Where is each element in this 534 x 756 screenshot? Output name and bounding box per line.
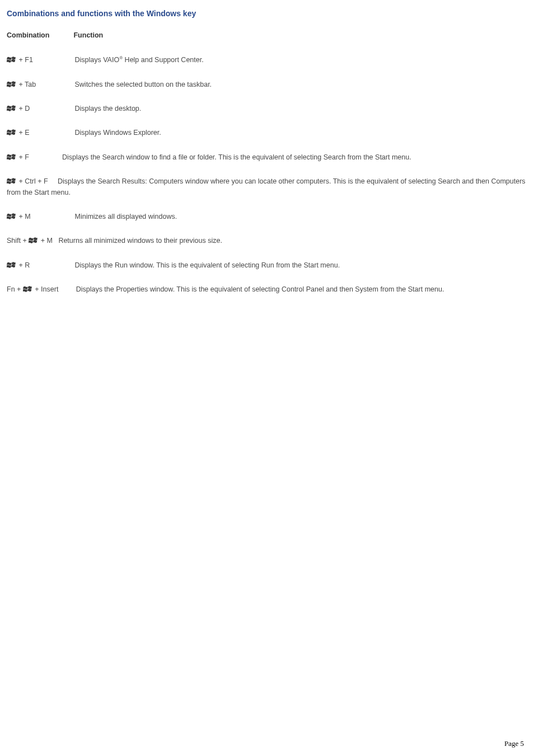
table-row: Fn + + Insert Displays the Properties wi… [7,284,527,295]
table-row: + F1 Displays VAIO® Help and Support Cen… [7,55,527,66]
combination-cell: + Ctrl + F [7,177,50,185]
page-title: Combinations and functions with the Wind… [7,9,527,18]
windows-key-icon [7,81,16,88]
table-header: Combination Function [7,31,527,39]
function-cell: Returns all minimized windows to their p… [58,237,222,245]
windows-key-icon [7,105,16,112]
key-text: + Insert [33,285,59,293]
page-label: Page [504,739,521,748]
combination-cell: + D [7,104,73,114]
combination-cell: + E [7,128,73,138]
function-cell: Displays the Properties window. This is … [76,285,444,293]
table-row: + Tab Switches the selected button on th… [7,79,527,90]
windows-key-icon [7,129,16,137]
windows-key-icon [7,56,16,64]
key-text: + D [17,105,30,112]
function-cell: Displays the desktop. [74,105,141,112]
key-text: + M [39,237,53,245]
combination-cell: Shift + + M [7,237,54,245]
windows-key-icon [7,213,16,220]
table-row: Shift + + M Returns all minimized window… [7,236,527,246]
page-number: 5 [521,739,524,748]
table-row: + E Displays Windows Explorer. [7,128,527,138]
table-row: + F Displays the Search window to find a… [7,152,527,163]
key-text: + E [17,129,30,137]
windows-key-icon [29,237,38,245]
col-combination: Combination [7,31,72,39]
function-cell: Switches the selected button on the task… [74,81,212,88]
combination-cell: + R [7,260,73,271]
key-prefix: Shift + [7,237,29,245]
windows-key-icon [7,261,16,269]
table-row: + R Displays the Run window. This is the… [7,260,527,271]
table-row: + D Displays the desktop. [7,104,527,114]
key-text: + R [17,261,30,269]
combination-cell: + Tab [7,79,73,90]
key-text: + F1 [17,56,33,64]
key-text: + F [17,153,29,161]
document-page: Combinations and functions with the Wind… [0,0,534,756]
key-text: + M [17,213,31,220]
key-prefix: Fn + [7,285,23,293]
page-footer: Page 5 [504,739,524,748]
table-row: + M Minimizes all displayed windows. [7,212,527,222]
key-text: + Ctrl + F [17,177,48,185]
key-text: + Tab [17,81,36,88]
combination-cell: + F1 [7,55,73,65]
function-cell: Displays the Run window. This is the equ… [74,261,340,269]
combination-cell: + F [7,153,31,161]
table-row: + Ctrl + F Displays the Search Results: … [7,176,527,198]
function-cell: Displays the Search Results: Computers w… [7,177,526,196]
function-cell: Displays VAIO® Help and Support Center. [74,56,203,64]
function-cell: Displays the Search window to find a fil… [62,153,411,161]
windows-key-icon [7,153,16,161]
combination-cell: Fn + + Insert [7,285,60,293]
windows-key-icon [7,177,16,185]
combination-cell: + M [7,212,73,222]
col-function: Function [73,31,103,39]
function-cell: Minimizes all displayed windows. [74,213,177,220]
function-cell: Displays Windows Explorer. [74,129,161,137]
windows-key-icon [23,285,32,293]
